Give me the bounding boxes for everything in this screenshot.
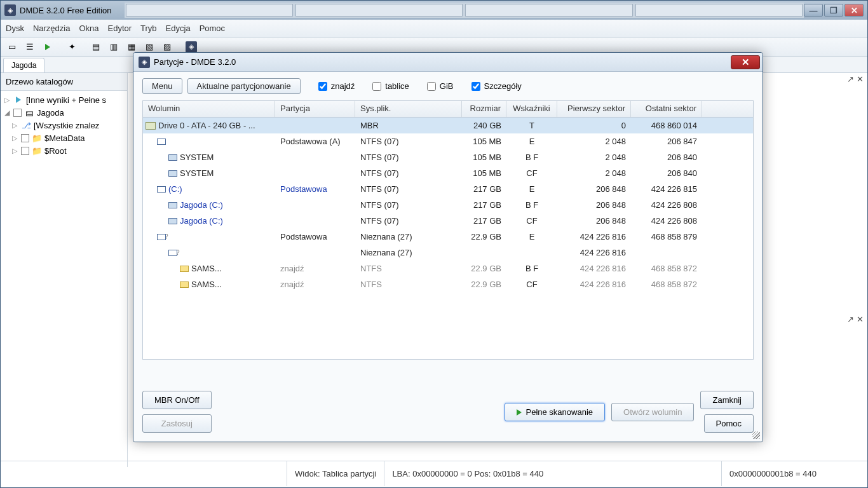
tb-view2-icon[interactable]: ▥ [106,39,121,55]
pane-maximize-icon[interactable]: ↗ [847,74,854,84]
table-row[interactable]: Jagoda (C:)NTFS (07)217 GBCF206 848424 2… [143,213,753,229]
maximize-button[interactable]: ❐ [824,4,843,17]
grid-body: Drive 0 - ATA - 240 GB - ...MBR240 GBT04… [143,118,753,292]
table-row[interactable]: SAMS...znajdźNTFS22.9 GBB F424 226 81646… [143,261,753,276]
volume-unknown-icon [157,234,166,240]
menu-okna[interactable]: Okna [79,24,98,33]
hdr-partition[interactable]: Partycja [275,101,355,117]
tree-row[interactable]: ▷📁$Root [1,144,127,157]
tree-row[interactable]: ▷[Inne wyniki + Pełne s [1,93,127,106]
menu-edycja[interactable]: Edycja [166,24,191,33]
tree-label: $MetaData [44,133,85,143]
table-row[interactable]: SYSTEMNTFS (07)105 MBB F2 048206 840 [143,149,753,165]
menu-narzedzia[interactable]: Narzędzia [33,24,71,33]
dialog-close-button[interactable]: ✕ [731,55,760,69]
dialog-top-controls: Menu Aktualne partycjonowanie znajdź tab… [142,78,754,94]
full-scan-button[interactable]: Pełne skanowanie [505,403,605,421]
cell-last-sector: 468 858 872 [631,278,702,290]
doc-tab-jagoda[interactable]: Jagoda [3,58,44,72]
cell-size: 217 GB [462,215,506,227]
hdr-last-sector[interactable]: Ostatni sektor [631,101,702,117]
tree-row[interactable]: ◢🖴Jagoda [1,106,127,119]
cell-volume: SAMS... [191,280,222,289]
table-row[interactable]: Drive 0 - ATA - 240 GB - ...MBR240 GBT04… [143,118,753,133]
tree-row[interactable]: ▷⎇[Wszystkie znalez [1,119,127,132]
table-row[interactable]: (C:)PodstawowaNTFS (07)217 GBE206 848424… [143,181,753,197]
cell-first-sector: 206 848 [557,183,631,195]
help-button[interactable]: Pomoc [704,414,754,433]
find-checkbox[interactable]: znajdź [318,81,355,91]
cell-last-sector: 424 226 808 [631,199,702,211]
menu-button[interactable]: Menu [142,78,182,94]
table-row[interactable]: Podstawowa (A)NTFS (07)105 MBE2 048206 8… [143,133,753,149]
window-title: DMDE 3.2.0 Free Edition [20,6,112,15]
hdr-volume[interactable]: Wolumin [143,101,275,117]
hdr-size[interactable]: Rozmiar [462,101,506,117]
cell-size: 240 GB [462,119,506,132]
table-row[interactable]: ?Nieznana (27)424 226 816 [143,245,753,261]
cell-partition: Podstawowa (A) [275,135,355,147]
checkbox-icon[interactable] [21,134,29,142]
pane-close-icon[interactable]: ✕ [857,315,864,324]
cell-last-sector: 206 840 [631,151,702,163]
open-volume-button[interactable]: Otwórz wolumin [611,403,694,421]
mbr-onoff-button[interactable]: MBR On/Off [142,391,212,409]
table-row[interactable]: SYSTEMNTFS (07)105 MBCF2 048206 840 [143,165,753,181]
cell-partition: znajdź [275,278,355,290]
pane-close-icon[interactable]: ✕ [857,74,864,84]
cell-volume: SYSTEM [180,168,214,178]
hdr-first-sector[interactable]: Pierwszy sektor [557,101,631,117]
dialog-titlebar[interactable]: ◈ Partycje - DMDE 3.2.0 ✕ [133,53,763,72]
details-checkbox[interactable]: Szczegóły [471,81,522,91]
drive-icon [146,122,156,130]
close-dialog-button[interactable]: Zamknij [700,391,754,409]
tb-newfolder-icon[interactable]: ✦ [64,39,79,55]
minimize-button[interactable]: — [804,4,823,17]
cell-filesystem: NTFS (07) [355,215,462,227]
hdr-indicators[interactable]: Wskaźniki [506,101,557,117]
tree-row[interactable]: ▷📁$MetaData [1,132,127,144]
cell-volume: SAMS... [191,264,222,273]
cell-partition: Podstawowa [275,183,355,195]
main-titlebar[interactable]: ◈ DMDE 3.2.0 Free Edition — ❐ ✕ [1,1,867,20]
resize-grip-icon[interactable] [752,431,760,439]
cell-size: 217 GB [462,183,506,195]
cell-volume: SYSTEM [180,152,214,162]
cell-last-sector: 424 226 808 [631,215,702,227]
hdr-filesystem[interactable]: Sys.plik. [355,101,462,117]
cell-filesystem: MBR [355,119,462,132]
current-partitioning-button[interactable]: Aktualne partycjonowanie [187,78,301,94]
checkbox-icon[interactable] [13,109,22,117]
cell-indicators: E [506,231,557,243]
gib-checkbox[interactable]: GiB [427,81,454,91]
tb-cards-icon[interactable]: ▭ [4,39,20,55]
table-row[interactable]: Jagoda (C:)NTFS (07)217 GBB F206 848424 … [143,197,753,213]
tb-list-icon[interactable]: ☰ [22,39,37,55]
menu-pomoc[interactable]: Pomoc [200,24,225,33]
pane-maximize-icon[interactable]: ↗ [847,315,854,324]
tables-checkbox[interactable]: tablice [372,81,409,91]
sidebar-header: Drzewo katalogów [1,73,127,91]
menu-tryb[interactable]: Tryb [140,24,157,33]
tb-play-icon[interactable] [40,39,55,55]
menu-dysk[interactable]: Dysk [6,24,24,33]
tb-view1-icon[interactable]: ▤ [88,39,104,55]
apply-button[interactable]: Zastosuj [142,414,212,433]
cell-partition [275,172,355,175]
cell-filesystem: NTFS [355,262,462,274]
dialog-title: Partycje - DMDE 3.2.0 [154,57,236,67]
grid-header[interactable]: Wolumin Partycja Sys.plik. Rozmiar Wskaź… [143,101,753,118]
table-row[interactable]: ?PodstawowaNieznana (27)22.9 GBE424 226 … [143,229,753,245]
close-button[interactable]: ✕ [844,4,864,17]
cell-last-sector: 206 840 [631,167,702,179]
directory-tree[interactable]: ▷[Inne wyniki + Pełne s ◢🖴Jagoda ▷⎇[Wszy… [1,91,127,159]
cell-last-sector [631,252,702,254]
menu-edytor[interactable]: Edytor [108,24,132,33]
cell-last-sector: 424 226 815 [631,183,702,195]
partitions-dialog: ◈ Partycje - DMDE 3.2.0 ✕ Menu Aktualne … [133,52,763,442]
checkbox-icon[interactable] [21,147,29,155]
cell-size: 22.9 GB [462,231,506,243]
volume-icon [168,202,177,208]
table-row[interactable]: SAMS...znajdźNTFS22.9 GBCF424 226 816468… [143,276,753,292]
cell-filesystem: Nieznana (27) [355,247,462,259]
